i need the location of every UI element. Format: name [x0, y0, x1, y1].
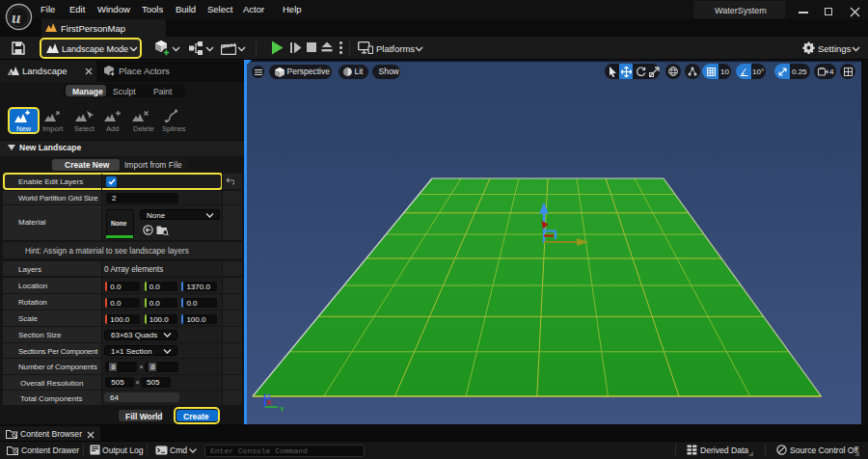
svg-text:u: u — [12, 9, 20, 27]
svg-text:X: X — [267, 399, 272, 406]
svg-text:Y: Y — [280, 406, 285, 413]
